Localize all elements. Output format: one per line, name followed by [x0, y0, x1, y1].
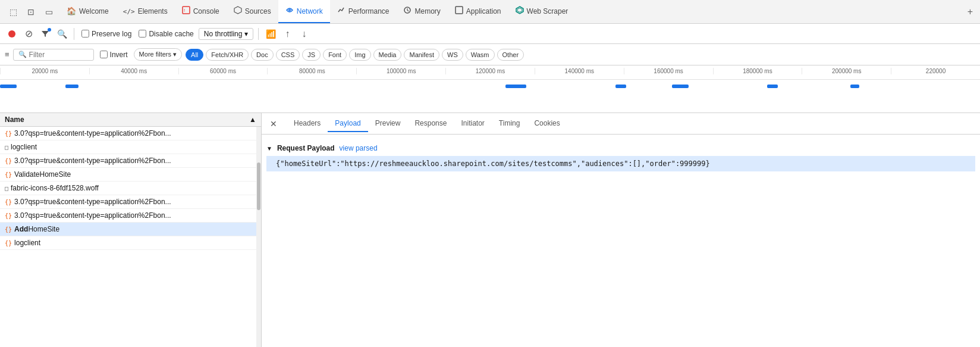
throttle-select[interactable]: No throttling ▾ — [199, 28, 254, 40]
disable-cache-input[interactable] — [139, 30, 146, 37]
timeline-bar — [0, 85, 17, 88]
filter-input-wrap[interactable]: 🔍 — [13, 49, 94, 61]
tab-memory-label: Memory — [414, 7, 440, 15]
toolbar: ⊘ 🔍 Preserve log Disable cache No thrott… — [0, 24, 980, 44]
request-name: ValidateHomeSite — [14, 170, 71, 179]
request-type-icon: {} — [5, 171, 12, 178]
separator2 — [258, 28, 259, 40]
filter-btn-media[interactable]: Media — [373, 49, 402, 61]
detail-tabs: ✕ HeadersPayloadPreviewResponseInitiator… — [262, 113, 980, 135]
filter-btn-img[interactable]: Img — [349, 49, 370, 61]
network-conditions-button[interactable]: 📶 — [263, 27, 278, 41]
name-list-item[interactable]: {}3.0?qsp=true&content-type=application%… — [0, 195, 256, 209]
request-type-icon: {} — [5, 158, 12, 164]
export-button[interactable]: ↓ — [297, 27, 311, 41]
filter-btn-fetch-xhr[interactable]: Fetch/XHR — [206, 49, 249, 61]
dock-icon[interactable]: ⬚ — [5, 4, 21, 20]
panel-icon[interactable]: ▭ — [40, 4, 57, 20]
timeline-tick: 220000 — [891, 68, 980, 74]
throttle-arrow-icon: ▾ — [244, 30, 248, 38]
detail-tab-payload[interactable]: Payload — [328, 115, 368, 132]
tab-application[interactable]: Application — [448, 0, 508, 23]
detail-tab-timing[interactable]: Timing — [492, 115, 527, 132]
tab-performance-icon — [337, 6, 345, 16]
tab-application-icon — [455, 6, 463, 16]
filter-input[interactable] — [29, 51, 89, 59]
tab-console-icon: ! — [182, 6, 190, 16]
detail-tab-preview[interactable]: Preview — [368, 115, 408, 132]
timeline-bar — [615, 85, 626, 88]
scrollbar[interactable] — [256, 127, 261, 347]
disable-cache-checkbox[interactable]: Disable cache — [136, 30, 196, 38]
timeline-tick: 140000 ms — [535, 68, 624, 74]
timeline-bar — [850, 85, 859, 88]
request-name: 3.0?qsp=true&content-type=application%2F… — [14, 157, 171, 165]
filter-btn-font[interactable]: Font — [323, 49, 347, 61]
detail-tab-headers[interactable]: Headers — [287, 115, 328, 132]
detail-tab-response[interactable]: Response — [407, 115, 454, 132]
tab-elements[interactable]: </>Elements — [116, 0, 175, 23]
name-list-item[interactable]: {}3.0?qsp=true&content-type=application%… — [0, 154, 256, 168]
request-type-icon: {} — [5, 226, 12, 233]
request-type-icon: {} — [5, 199, 12, 205]
payload-section: ▼ Request Payload view parsed {"homeSite… — [262, 139, 980, 175]
filter-btn-all[interactable]: All — [186, 49, 203, 61]
tab-welcome-label: Welcome — [79, 7, 109, 15]
name-header-label: Name — [5, 115, 24, 124]
tab-webscraper[interactable]: Web Scraper — [508, 0, 576, 23]
tab-sources-label: Sources — [245, 7, 271, 15]
filter-btn-js[interactable]: JS — [302, 49, 321, 61]
close-detail-button[interactable]: ✕ — [266, 117, 281, 131]
tab-elements-label: Elements — [138, 7, 168, 15]
detail-tab-cookies[interactable]: Cookies — [527, 115, 567, 132]
name-list-item[interactable]: {}logclient — [0, 236, 256, 250]
name-list-item[interactable]: □logclient — [0, 140, 256, 154]
drawer-icon[interactable]: ⊡ — [23, 4, 39, 20]
name-list-item[interactable]: {}ValidateHomeSite — [0, 168, 256, 182]
name-list-item[interactable]: {}3.0?qsp=true&content-type=application%… — [0, 127, 256, 140]
timeline-tick: 200000 ms — [802, 68, 891, 74]
request-type-icon: {} — [5, 240, 12, 246]
preserve-log-input[interactable] — [81, 30, 89, 37]
timeline-ruler: 20000 ms40000 ms60000 ms80000 ms100000 m… — [0, 65, 980, 80]
timeline-content — [0, 80, 980, 113]
clear-button[interactable]: ⊘ — [21, 27, 36, 41]
name-list-item[interactable]: {}AddHomeSite — [0, 223, 256, 236]
detail-tab-initiator[interactable]: Initiator — [454, 115, 491, 132]
main-content: Name ▲ {}3.0?qsp=true&content-type=appli… — [0, 113, 980, 347]
invert-checkbox[interactable]: Invert — [98, 51, 130, 59]
filter-btn-manifest[interactable]: Manifest — [404, 49, 439, 61]
timeline-bar — [65, 85, 78, 88]
filter-btn-css[interactable]: CSS — [276, 49, 300, 61]
view-parsed-link[interactable]: view parsed — [340, 144, 378, 152]
invert-input[interactable] — [100, 51, 108, 58]
name-list-item[interactable]: □fabric-icons-8-6fdf1528.woff — [0, 182, 256, 195]
request-name: 3.0?qsp=true&content-type=application%2F… — [14, 198, 171, 206]
name-sort-button[interactable]: ▲ — [249, 115, 256, 124]
tab-application-label: Application — [466, 7, 501, 15]
filter-toggle-button[interactable] — [38, 27, 52, 41]
filter-btn-other[interactable]: Other — [497, 49, 524, 61]
separator1 — [74, 28, 74, 40]
tab-welcome[interactable]: 🏠Welcome — [59, 0, 116, 23]
timeline[interactable]: 20000 ms40000 ms60000 ms80000 ms100000 m… — [0, 65, 980, 113]
import-button[interactable]: ↑ — [280, 27, 294, 41]
tab-sources[interactable]: Sources — [227, 0, 278, 23]
tab-performance[interactable]: Performance — [330, 0, 397, 23]
name-list-item[interactable]: {}3.0?qsp=true&content-type=application%… — [0, 209, 256, 223]
request-name: 3.0?qsp=true&content-type=application%2F… — [14, 129, 171, 137]
record-button[interactable] — [5, 27, 19, 41]
tab-network[interactable]: Network — [278, 0, 330, 23]
search-button[interactable]: 🔍 — [55, 27, 69, 41]
more-filters-button[interactable]: More filters ▾ — [134, 48, 182, 61]
tab-console[interactable]: !Console — [175, 0, 227, 23]
filter-btn-doc[interactable]: Doc — [251, 49, 274, 61]
filter-btn-ws[interactable]: WS — [442, 49, 463, 61]
payload-chevron-icon[interactable]: ▼ — [266, 145, 272, 152]
tab-network-label: Network — [297, 7, 323, 15]
add-tab-button[interactable]: + — [963, 0, 978, 23]
tab-memory[interactable]: Memory — [396, 0, 447, 23]
scrollbar-thumb[interactable] — [257, 162, 260, 210]
filter-btn-wasm[interactable]: Wasm — [466, 49, 495, 61]
preserve-log-checkbox[interactable]: Preserve log — [79, 30, 134, 38]
